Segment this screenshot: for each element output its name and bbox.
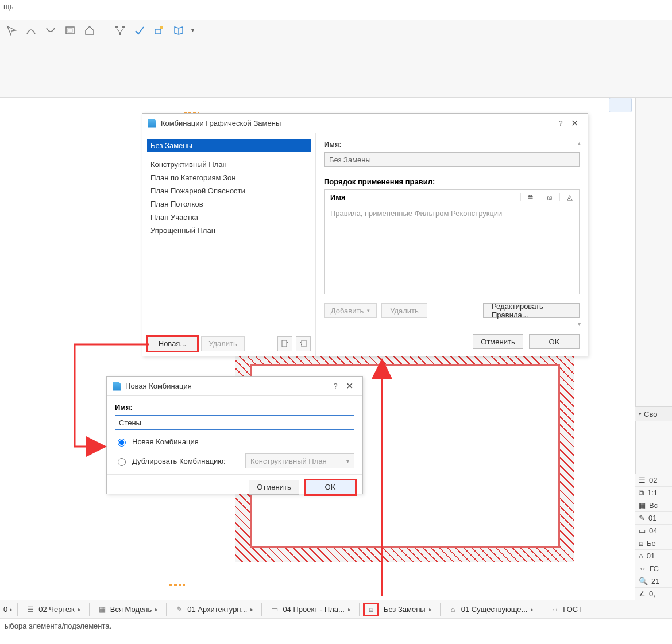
dialog1-cancel-button[interactable]: Отменить — [473, 334, 523, 349]
toolbar-dropdown-arrow-icon[interactable]: ▾ — [191, 27, 194, 33]
info-row[interactable]: ⧉1:1 — [635, 486, 672, 499]
chevron-right-icon[interactable]: ▸ — [10, 606, 13, 612]
toolbar-btn-arc2-icon[interactable] — [44, 24, 57, 37]
dialog1-help-button[interactable]: ? — [554, 119, 567, 127]
dialog2-cancel-button[interactable]: Отменить — [249, 480, 299, 495]
struct-icon: ▦ — [98, 605, 107, 614]
scale-icon: ⧉ — [639, 488, 644, 498]
qb-zoom-value[interactable]: 0 — [3, 605, 7, 614]
qb-override-combo[interactable]: Без Замены▸ — [380, 605, 435, 614]
dialog2-ok-button[interactable]: OK — [305, 480, 356, 495]
list-scrollbar[interactable]: ▴ — [574, 140, 584, 146]
dock-grip2-icon[interactable] — [169, 584, 185, 586]
dialog1-ok-button[interactable]: OK — [529, 334, 580, 349]
chevron-right-icon: ▸ — [155, 606, 158, 612]
rules-col-name: Имя — [325, 193, 520, 201]
toolbar-btn-house-icon[interactable] — [83, 24, 96, 37]
info-row[interactable]: ▭04 — [635, 524, 672, 537]
list-item[interactable]: План Участка — [147, 211, 311, 224]
rules-col-surface-icon[interactable]: ◬ — [559, 193, 579, 201]
qb-penset-combo[interactable]: ✎01 Архитектурн...▸ — [171, 605, 257, 614]
combination-settings-pane: Имя: Без Замены Порядок применения прави… — [316, 133, 588, 356]
edit-rules-button[interactable]: Редактировать Правила... — [483, 303, 580, 318]
dialog1-titlebar[interactable]: Комбинации Графической Замены ? ✕ — [142, 114, 588, 133]
radio-new-label: Новая Комбинация — [132, 437, 199, 446]
info-row[interactable]: ✎01 — [635, 511, 672, 524]
rules-table-header: Имя ≘ ⦻ ◬ — [324, 189, 580, 204]
toolbar-btn-nodes-icon[interactable] — [113, 24, 127, 37]
scroll-up-icon[interactable]: ▴ — [578, 140, 581, 146]
rules-col-line-icon[interactable]: ≘ — [520, 193, 540, 201]
toolbar-btn-check-icon[interactable] — [133, 24, 146, 37]
info-row[interactable]: ∠0, — [635, 587, 672, 600]
dialog2-titlebar[interactable]: Новая Комбинация ? ✕ — [107, 377, 362, 396]
rules-col-fill-icon[interactable]: ⦻ — [540, 193, 559, 201]
toolbar-btn-cursor-icon[interactable] — [5, 24, 18, 37]
new-combination-button[interactable]: Новая... — [147, 336, 198, 351]
dialog-new-combination: Новая Комбинация ? ✕ Имя: Новая Комбинац… — [106, 376, 363, 494]
qb-mvo-combo[interactable]: ▭04 Проект - Пла...▸ — [267, 605, 354, 614]
info-row[interactable]: ⌂01 — [635, 549, 672, 562]
dialog2-title: Новая Комбинация — [125, 382, 329, 390]
list-item-selected[interactable]: Без Замены — [147, 139, 311, 152]
duplicate-source-combo[interactable]: Конструктивный План ▾ — [245, 453, 354, 468]
angle-icon: ∠ — [639, 589, 646, 598]
qb-structure-combo[interactable]: ▦Вся Модель▸ — [94, 605, 161, 614]
view-switch-button[interactable] — [609, 98, 632, 112]
add-rule-button[interactable]: Добавить ▾ — [324, 303, 377, 318]
dialog-graphic-override: Комбинации Графической Замены ? ✕ Без За… — [142, 113, 588, 356]
toolbar-btn-box-icon[interactable] — [63, 24, 77, 37]
qb-dim-combo[interactable]: ↔ГОСТ — [547, 605, 585, 614]
list-item[interactable]: План по Категориям Зон — [147, 171, 311, 184]
layers-icon: ☰ — [26, 605, 35, 614]
info-row[interactable]: ☰02 — [635, 474, 672, 486]
list-footer: Новая... Удалить — [142, 331, 315, 356]
properties-mini-list: ☰02 ⧉1:1 ▦Вс ✎01 ▭04 ⧈Бе ⌂01 ↔ГС 🔍21 ∠0, — [635, 474, 672, 600]
dialog1-close-button[interactable]: ✕ — [567, 118, 582, 129]
qb-override-icon-button[interactable]: ⧈ — [364, 604, 378, 615]
scroll-down-icon[interactable]: ▾ — [578, 321, 581, 327]
list-scrollbar-down[interactable]: ▾ — [574, 321, 584, 327]
toolbar-btn-arc-icon[interactable] — [24, 24, 38, 37]
radio-dup-input[interactable] — [118, 458, 126, 466]
list-item[interactable]: Упрощенный План — [147, 224, 311, 237]
qb-layer-combo[interactable]: ☰02 Чертеж▸ — [22, 605, 84, 614]
info-row[interactable]: ⧈Бе — [635, 537, 672, 549]
export-button-icon[interactable] — [296, 336, 311, 351]
svg-rect-5 — [155, 29, 161, 34]
list-item[interactable]: Конструктивный План — [147, 158, 311, 171]
info-row[interactable]: ↔ГС — [635, 562, 672, 575]
dialog2-close-button[interactable]: ✕ — [342, 381, 357, 391]
import-button-icon[interactable] — [277, 336, 292, 351]
dialog2-name-input[interactable] — [115, 415, 354, 430]
list-item[interactable]: План Пожарной Опасности — [147, 184, 311, 197]
menu-help[interactable]: щь — [3, 2, 13, 11]
toolbar-btn-book-icon[interactable] — [172, 24, 186, 37]
dim-icon: ↔ — [550, 605, 559, 614]
remove-rule-button[interactable]: Удалить — [381, 303, 427, 318]
menubar: щь — [0, 0, 672, 20]
combination-list[interactable]: Без Замены Конструктивный План План по К… — [142, 133, 315, 331]
rules-table-body[interactable]: Правила, примененные Фильтром Реконструк… — [324, 204, 580, 294]
dialog2-help-button[interactable]: ? — [329, 382, 342, 390]
toolbar-separator-1 — [105, 24, 105, 37]
chevron-right-icon: ▸ — [78, 606, 81, 612]
pen-icon: ✎ — [175, 605, 184, 614]
info-row[interactable]: ▦Вс — [635, 499, 672, 511]
toolbar-btn-locklayer-icon[interactable] — [152, 24, 166, 37]
chevron-right-icon: ▸ — [348, 606, 351, 612]
list-item[interactable]: План Потолков — [147, 197, 311, 211]
rules-placeholder: Правила, примененные Фильтром Реконструк… — [330, 209, 502, 218]
name-input[interactable]: Без Замены — [324, 152, 580, 167]
properties-panel-header[interactable]: ▾ Сво — [635, 406, 672, 421]
toolbar: ▾ — [0, 20, 672, 41]
radio-new-input[interactable] — [118, 439, 126, 447]
svg-rect-2 — [115, 26, 118, 28]
delete-combination-button[interactable]: Удалить — [201, 336, 245, 351]
svg-rect-4 — [119, 33, 121, 35]
collapse-triangle-icon[interactable]: ▾ — [639, 411, 642, 417]
qb-reno-combo[interactable]: ⌂01 Существующе...▸ — [445, 605, 538, 614]
info-row[interactable]: 🔍21 — [635, 575, 672, 587]
radio-duplicate-combination[interactable]: Дублировать Комбинацию: Конструктивный П… — [115, 453, 354, 468]
radio-new-combination[interactable]: Новая Комбинация — [115, 437, 354, 447]
